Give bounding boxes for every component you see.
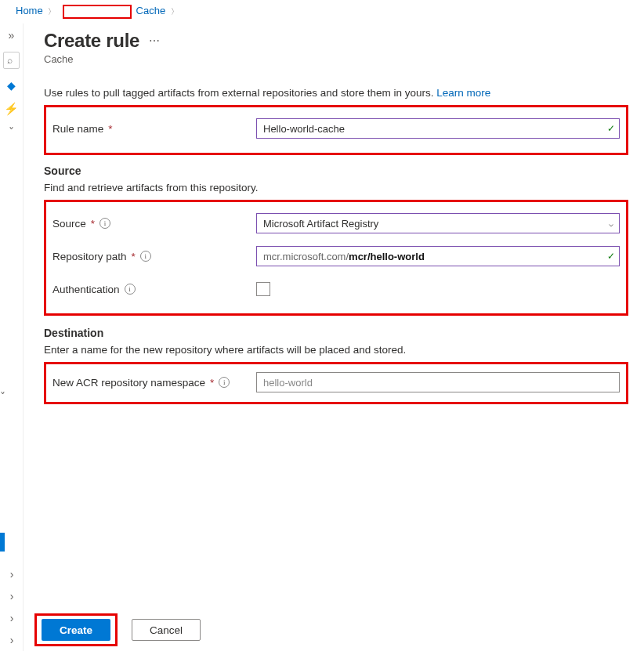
nav-selected-indicator — [0, 533, 5, 552]
destination-heading: Destination — [44, 327, 628, 339]
required-marker: * — [132, 251, 136, 262]
page-title: Create rule — [44, 30, 139, 52]
source-subtext: Find and retrieve artifacts from this re… — [44, 182, 628, 193]
breadcrumb-redacted — [63, 5, 132, 19]
nav-group-chevron[interactable]: ˅ — [0, 385, 5, 407]
page-subtitle: Cache — [44, 53, 628, 65]
info-icon[interactable]: i — [219, 377, 230, 388]
footer-actions: Create Cancel — [27, 609, 644, 651]
nav-search-input[interactable]: ⌕ — [3, 52, 20, 69]
cancel-button[interactable]: Cancel — [132, 619, 201, 641]
left-nav-rail: » ⌕ ◆ ⚡ ˅ ˅ › › › › — [0, 24, 24, 651]
chevron-right-icon: 〉 — [48, 7, 56, 16]
breadcrumb: Home 〉 Cache 〉 — [0, 0, 644, 22]
required-marker: * — [210, 377, 214, 389]
more-actions-icon[interactable]: ⋯ — [149, 34, 161, 47]
authentication-checkbox[interactable] — [256, 282, 270, 296]
source-label: Source * i — [52, 218, 256, 230]
repository-path-input[interactable]: mcr.microsoft.com/mcr/hello-world — [256, 246, 620, 266]
chevron-right-icon: 〉 — [171, 7, 179, 16]
acr-namespace-input[interactable]: hello-world — [256, 372, 620, 392]
nav-group-chevron[interactable]: › — [0, 563, 24, 585]
nav-overview-icon[interactable]: ◆ — [0, 74, 23, 97]
valid-check-icon: ✓ — [607, 251, 615, 262]
destination-subtext: Enter a name for the new repository wher… — [44, 344, 628, 356]
highlight-create-button: Create — [34, 613, 118, 646]
learn-more-link[interactable]: Learn more — [436, 87, 490, 99]
nav-group-chevron[interactable]: › — [0, 585, 24, 607]
required-marker: * — [108, 123, 112, 135]
source-heading: Source — [44, 165, 628, 177]
rule-name-input[interactable]: Hello-world-cache — [256, 118, 620, 139]
info-icon[interactable]: i — [140, 251, 151, 262]
nav-group-chevron[interactable]: › — [0, 607, 24, 629]
highlight-source: Source * i Microsoft Artifact Registry ⌵… — [44, 200, 628, 316]
required-marker: * — [91, 218, 95, 230]
breadcrumb-cache[interactable]: Cache — [136, 5, 166, 16]
valid-check-icon: ✓ — [607, 123, 615, 134]
rule-name-label: Rule name * — [52, 123, 256, 135]
search-icon: ⌕ — [7, 55, 13, 66]
highlight-destination: New ACR repository namespace * i hello-w… — [44, 362, 628, 404]
create-button[interactable]: Create — [42, 619, 110, 641]
breadcrumb-home[interactable]: Home — [16, 5, 43, 16]
info-icon[interactable]: i — [99, 218, 110, 229]
chevron-down-icon: ⌵ — [609, 219, 613, 228]
nav-group-chevron[interactable]: ˅ — [0, 121, 23, 143]
collapse-nav-button[interactable]: » — [0, 24, 23, 47]
acr-namespace-label: New ACR repository namespace * i — [52, 377, 256, 389]
highlight-rule-name: Rule name * Hello-world-cache ✓ — [44, 105, 628, 155]
main-panel: Create rule ⋯ Cache Use rules to pull ta… — [27, 24, 644, 651]
nav-group-chevron[interactable]: › — [0, 629, 24, 651]
source-select[interactable]: Microsoft Artifact Registry — [256, 213, 620, 233]
nav-quickstart-icon[interactable]: ⚡ — [0, 97, 23, 121]
authentication-label: Authentication i — [52, 284, 256, 295]
intro-text: Use rules to pull tagged artifacts from … — [44, 87, 628, 99]
info-icon[interactable]: i — [125, 284, 136, 295]
repository-path-label: Repository path * i — [52, 251, 256, 262]
